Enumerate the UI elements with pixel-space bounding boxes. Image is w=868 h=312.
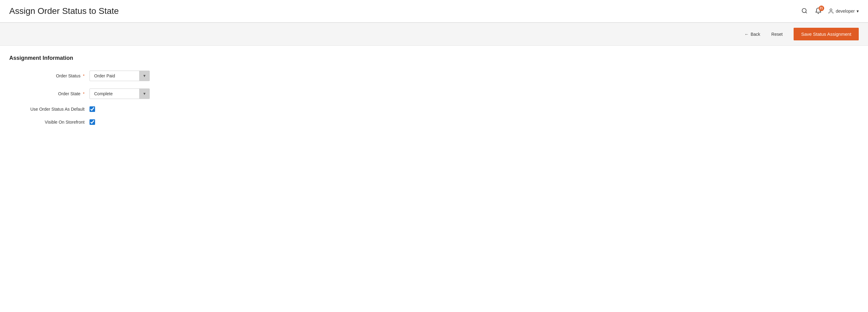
svg-line-1 — [805, 12, 807, 13]
reset-button[interactable]: Reset — [767, 29, 788, 39]
user-chevron-icon: ▾ — [857, 9, 859, 13]
use-as-default-row: Use Order Status As Default — [9, 106, 287, 112]
toolbar: ← Back Reset Save Status Assignment — [0, 23, 868, 46]
order-status-row: Order Status * Order Paid ▼ — [9, 71, 287, 81]
notifications-button[interactable]: 21 — [815, 7, 822, 15]
order-status-select[interactable]: Order Paid ▼ — [90, 71, 150, 81]
use-as-default-checkbox[interactable] — [90, 106, 95, 112]
use-as-default-label: Use Order Status As Default — [9, 107, 90, 112]
header-actions: 21 developer ▾ — [800, 6, 859, 16]
use-as-default-control — [90, 106, 95, 112]
chevron-down-icon: ▼ — [143, 74, 146, 78]
assignment-form: Order Status * Order Paid ▼ Order State … — [9, 71, 287, 125]
order-state-control: Complete ▼ — [90, 89, 150, 99]
user-menu[interactable]: developer ▾ — [828, 8, 859, 14]
section-title: Assignment Information — [9, 55, 859, 61]
order-status-label: Order Status * — [9, 73, 90, 78]
order-state-select[interactable]: Complete ▼ — [90, 89, 150, 99]
search-button[interactable] — [800, 6, 809, 16]
order-status-value: Order Paid — [90, 71, 139, 81]
back-arrow-icon: ← — [745, 32, 749, 37]
order-state-required-star: * — [83, 91, 85, 96]
notifications-badge: 21 — [818, 5, 824, 11]
order-state-row: Order State * Complete ▼ — [9, 89, 287, 99]
visible-on-storefront-checkbox-wrapper — [90, 119, 95, 125]
visible-on-storefront-control — [90, 119, 95, 125]
user-name-label: developer — [836, 9, 855, 13]
page-title: Assign Order Status to State — [9, 6, 119, 16]
user-icon — [828, 8, 834, 14]
order-status-required-star: * — [83, 73, 85, 78]
order-state-value: Complete — [90, 89, 139, 99]
back-label: Back — [751, 32, 760, 37]
svg-point-2 — [830, 9, 832, 11]
search-icon — [801, 8, 807, 14]
chevron-down-icon: ▼ — [143, 92, 146, 96]
order-status-control: Order Paid ▼ — [90, 71, 150, 81]
use-as-default-checkbox-wrapper — [90, 106, 95, 112]
page-header: Assign Order Status to State 21 develope… — [0, 0, 868, 22]
order-state-label: Order State * — [9, 91, 90, 96]
save-status-assignment-button[interactable]: Save Status Assignment — [794, 28, 859, 40]
visible-on-storefront-row: Visible On Storefront — [9, 119, 287, 125]
back-button[interactable]: ← Back — [745, 32, 760, 37]
visible-on-storefront-label: Visible On Storefront — [9, 119, 90, 125]
page-content: Assignment Information Order Status * Or… — [0, 46, 868, 141]
visible-on-storefront-checkbox[interactable] — [90, 119, 95, 125]
order-status-dropdown-arrow[interactable]: ▼ — [139, 71, 149, 81]
order-state-dropdown-arrow[interactable]: ▼ — [139, 89, 149, 99]
